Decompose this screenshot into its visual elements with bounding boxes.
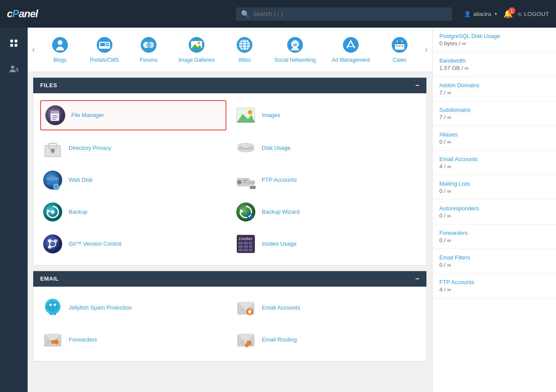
email-accounts-label: Email Accounts bbox=[262, 304, 300, 311]
social-icon bbox=[286, 35, 305, 54]
stat-label-email-accounts: Email Accounts bbox=[439, 156, 549, 162]
files-section-title: FILES bbox=[40, 82, 57, 89]
feature-jellyfish-spam[interactable]: Jellyfish Spam Protection bbox=[40, 294, 226, 322]
svg-point-29 bbox=[343, 37, 359, 53]
logout-label: LOGOUT bbox=[524, 11, 549, 17]
app-ad-management[interactable]: Ad Management bbox=[328, 33, 373, 66]
search-bar[interactable]: 🔍 bbox=[236, 7, 452, 21]
apps-prev-button[interactable]: ‹ bbox=[28, 44, 39, 54]
svg-rect-85 bbox=[238, 245, 243, 248]
main-content: ‹ Blogs bbox=[28, 28, 432, 392]
stat-value-aliases: 0 / ∞ bbox=[439, 139, 451, 145]
stat-subdomains[interactable]: Subdomains 7 / ∞ bbox=[432, 101, 556, 126]
stat-value-bandwidth: 1.57 GB / ∞ bbox=[439, 65, 469, 71]
svg-point-15 bbox=[146, 43, 151, 47]
stat-value-subdomains: 7 / ∞ bbox=[439, 114, 451, 120]
svg-rect-3 bbox=[15, 44, 17, 47]
app-calendar[interactable]: Calen bbox=[382, 33, 417, 66]
stat-label-aliases: Aliases bbox=[439, 131, 549, 138]
stat-label-forwarders: Forwarders bbox=[439, 230, 549, 236]
notifications-bell[interactable]: 🔔 1 bbox=[503, 9, 513, 19]
feature-forwarders[interactable]: Forwarders bbox=[40, 326, 226, 354]
stat-forwarders[interactable]: Forwarders 0 / ∞ bbox=[432, 224, 556, 249]
email-section-title: EMAIL bbox=[40, 275, 59, 282]
feature-git[interactable]: Git™ Version Control bbox=[40, 230, 226, 258]
grid-nav-icon[interactable] bbox=[5, 35, 22, 52]
svg-point-75 bbox=[43, 234, 62, 253]
feature-file-manager[interactable]: File Manager bbox=[40, 100, 226, 130]
svg-rect-90 bbox=[249, 249, 252, 251]
user-menu[interactable]: 👤 allacira ▼ bbox=[464, 11, 498, 17]
feature-inodes[interactable]: inodes Inodes Usage bbox=[233, 230, 419, 258]
feature-directory-privacy[interactable]: Directory Privacy bbox=[40, 134, 226, 162]
backup-label: Backup bbox=[69, 209, 87, 215]
feature-email-accounts[interactable]: Email Accounts bbox=[233, 294, 419, 322]
email-section: EMAIL − Jel bbox=[33, 271, 427, 361]
search-input[interactable] bbox=[253, 10, 447, 17]
app-ad-management-label: Ad Management bbox=[332, 57, 370, 64]
svg-point-72 bbox=[236, 202, 255, 221]
stat-email-filters[interactable]: Email Filters 0 / ∞ bbox=[432, 249, 556, 274]
stat-value-email-filters: 0 / ∞ bbox=[439, 262, 451, 268]
top-nav: cPanel 🔍 👤 allacira ▼ 🔔 1 ⎋ LOGOUT bbox=[0, 0, 556, 28]
ftp-accounts-icon bbox=[235, 169, 257, 191]
stat-value-email-accounts: 4 / ∞ bbox=[439, 163, 451, 170]
files-section-collapse[interactable]: − bbox=[415, 82, 419, 89]
feature-web-disk[interactable]: Web Disk bbox=[40, 166, 226, 194]
username-label: allacira bbox=[473, 11, 491, 17]
page-layout: ‹ Blogs bbox=[0, 28, 556, 392]
svg-point-93 bbox=[49, 303, 52, 306]
app-image-galleries[interactable]: Image Galleries bbox=[175, 33, 218, 66]
feature-backup[interactable]: Backup bbox=[40, 198, 226, 226]
apps-list: Blogs Portals/CMS bbox=[39, 33, 421, 66]
users-nav-icon[interactable] bbox=[5, 60, 22, 78]
stat-label-ftp-accounts: FTP Accounts bbox=[439, 279, 549, 285]
backup-icon bbox=[42, 201, 64, 223]
apps-next-button[interactable]: › bbox=[420, 44, 432, 54]
stats-container: PostgreSQL Disk Usage 0 bytes / ∞ Bandwi… bbox=[432, 28, 556, 298]
jellyfish-spam-label: Jellyfish Spam Protection bbox=[69, 304, 132, 311]
files-section: FILES − bbox=[33, 77, 427, 266]
svg-point-92 bbox=[47, 301, 59, 312]
svg-rect-36 bbox=[396, 45, 398, 47]
web-disk-label: Web Disk bbox=[69, 177, 92, 183]
stat-email-accounts[interactable]: Email Accounts 4 / ∞ bbox=[432, 151, 556, 175]
stat-addon-domains[interactable]: Addon Domains 7 / ∞ bbox=[432, 77, 556, 101]
email-routing-icon bbox=[235, 329, 257, 351]
stat-autoresponders[interactable]: Autoresponders 0 / ∞ bbox=[432, 200, 556, 224]
svg-rect-88 bbox=[238, 249, 243, 251]
svg-rect-82 bbox=[238, 242, 243, 244]
svg-point-4 bbox=[11, 66, 14, 69]
svg-point-19 bbox=[198, 42, 200, 44]
backup-wizard-icon bbox=[235, 201, 257, 223]
backup-wizard-label: Backup Wizard bbox=[262, 209, 299, 215]
svg-point-63 bbox=[237, 180, 241, 184]
topnav-right: 👤 allacira ▼ 🔔 1 ⎋ LOGOUT bbox=[464, 9, 550, 19]
app-wikis[interactable]: Wikis bbox=[227, 33, 262, 66]
stat-ftp-accounts[interactable]: FTP Accounts 4 / ∞ bbox=[432, 274, 556, 298]
app-forums[interactable]: Forums bbox=[131, 33, 166, 66]
email-section-collapse[interactable]: − bbox=[415, 275, 419, 282]
git-label: Git™ Version Control bbox=[69, 240, 121, 247]
cpanel-logo: cPanel bbox=[7, 8, 38, 20]
feature-ftp-accounts[interactable]: FTP Accounts bbox=[233, 166, 419, 194]
app-portals[interactable]: Portals/CMS bbox=[86, 33, 122, 66]
feature-backup-wizard[interactable]: Backup Wizard bbox=[233, 198, 419, 226]
stat-mailing-lists[interactable]: Mailing Lists 0 / ∞ bbox=[432, 175, 556, 200]
feature-email-routing[interactable]: Email Routing bbox=[233, 326, 419, 354]
feature-disk-usage[interactable]: Disk Usage bbox=[233, 134, 419, 162]
stat-aliases[interactable]: Aliases 0 / ∞ bbox=[432, 126, 556, 151]
app-blogs[interactable]: Blogs bbox=[43, 33, 77, 66]
portals-icon bbox=[95, 35, 114, 54]
svg-text:inodes: inodes bbox=[238, 237, 253, 241]
app-social[interactable]: Social Networking bbox=[271, 33, 319, 66]
svg-rect-2 bbox=[10, 44, 13, 47]
app-forums-label: Forums bbox=[140, 57, 158, 64]
stat-postgresql-disk-usage[interactable]: PostgreSQL Disk Usage 0 bytes / ∞ bbox=[432, 28, 556, 52]
svg-rect-0 bbox=[10, 40, 13, 42]
feature-images[interactable]: Images bbox=[233, 100, 419, 130]
email-section-content: Jellyfish Spam Protection bbox=[33, 287, 426, 361]
logout-button[interactable]: ⎋ LOGOUT bbox=[518, 11, 549, 17]
stat-bandwidth[interactable]: Bandwidth 1.57 GB / ∞ bbox=[432, 52, 556, 77]
files-section-content: File Manager Images bbox=[33, 93, 426, 265]
